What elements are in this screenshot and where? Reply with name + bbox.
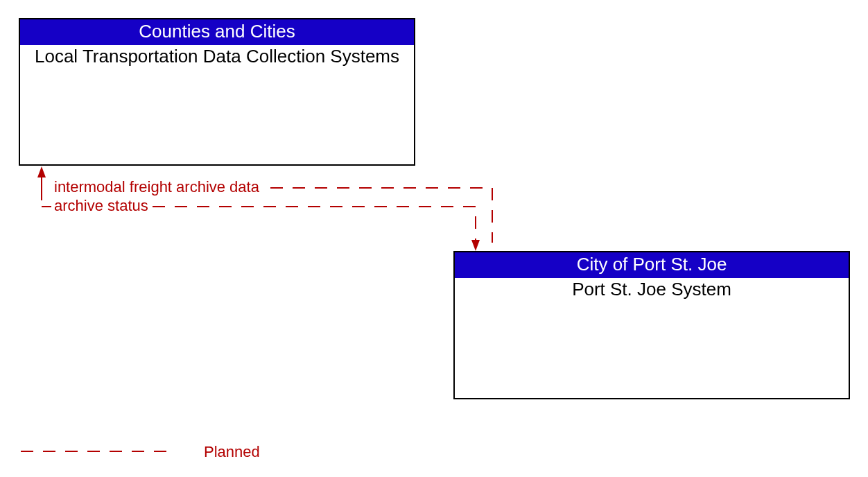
- flow-label-archive-status: archive status: [54, 198, 148, 214]
- flow-line-upper-left-hook: [42, 176, 51, 188]
- entity-body-local-transportation: Local Transportation Data Collection Sys…: [20, 45, 414, 67]
- entity-box-port-st-joe: City of Port St. Joe Port St. Joe System: [453, 251, 850, 399]
- arrowhead-down-icon: [471, 240, 480, 251]
- legend-label-planned: Planned: [204, 443, 260, 461]
- flow-line-lower-right: [153, 207, 476, 243]
- entity-header-counties-cities: Counties and Cities: [20, 19, 414, 45]
- flow-line-upper-right: [270, 188, 492, 243]
- arrowhead-up-icon: [37, 166, 46, 177]
- entity-header-port-st-joe: City of Port St. Joe: [455, 252, 849, 278]
- flow-label-intermodal-freight: intermodal freight archive data: [54, 179, 259, 196]
- entity-box-counties-cities: Counties and Cities Local Transportation…: [19, 18, 415, 166]
- entity-body-port-st-joe-system: Port St. Joe System: [455, 278, 849, 300]
